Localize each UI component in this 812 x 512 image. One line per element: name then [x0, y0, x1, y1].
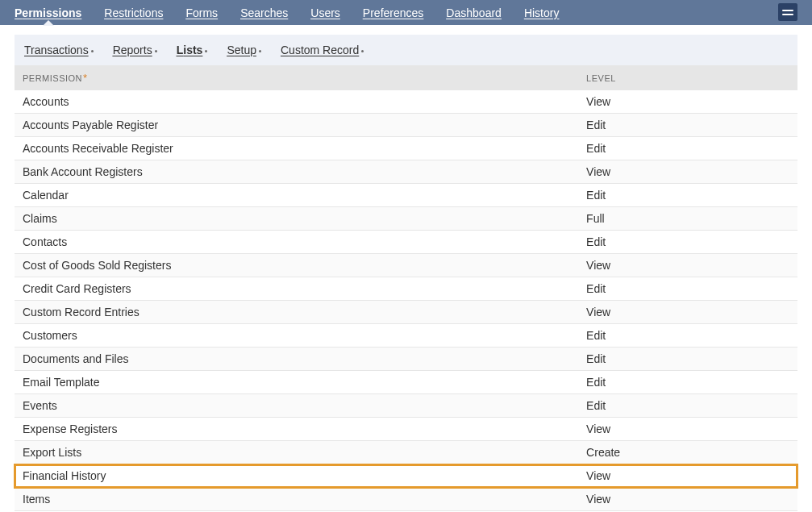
- main-tab-history[interactable]: History: [524, 6, 560, 19]
- level-cell[interactable]: Edit: [578, 371, 797, 394]
- table-row[interactable]: CustomersEdit: [15, 324, 797, 348]
- table-row[interactable]: Documents and FilesEdit: [15, 348, 797, 371]
- level-cell[interactable]: Create: [578, 441, 797, 464]
- level-cell[interactable]: Edit: [578, 348, 797, 371]
- main-tab-dashboard[interactable]: Dashboard: [446, 6, 502, 19]
- level-cell[interactable]: View: [578, 464, 797, 488]
- main-tab-permissions[interactable]: Permissions: [15, 6, 81, 19]
- permission-cell[interactable]: Email Template: [15, 371, 578, 394]
- menu-icon[interactable]: [778, 3, 797, 21]
- level-cell[interactable]: Edit: [578, 394, 797, 418]
- sub-tab-transactions[interactable]: Transactions: [24, 44, 94, 56]
- permission-cell[interactable]: Accounts Payable Register: [15, 114, 578, 137]
- level-cell[interactable]: Edit: [578, 324, 797, 348]
- column-header-permission[interactable]: PERMISSION*: [15, 65, 578, 90]
- main-tab-restrictions[interactable]: Restrictions: [104, 6, 163, 19]
- level-cell[interactable]: View: [578, 254, 797, 277]
- permission-cell[interactable]: Cost of Goods Sold Registers: [15, 254, 578, 277]
- table-row[interactable]: ClaimsFull: [15, 207, 797, 231]
- dropdown-dot-icon: [259, 50, 261, 52]
- level-cell[interactable]: Edit: [578, 231, 797, 254]
- permission-cell[interactable]: Documents and Files: [15, 348, 578, 371]
- column-header-level[interactable]: LEVEL: [578, 65, 797, 90]
- level-cell[interactable]: Edit: [578, 277, 797, 301]
- table-row[interactable]: EventsEdit: [15, 394, 797, 418]
- table-row[interactable]: Bank Account RegistersView: [15, 160, 797, 184]
- table-row[interactable]: Email TemplateEdit: [15, 371, 797, 394]
- table-row[interactable]: Export ListsCreate: [15, 441, 797, 464]
- permission-cell[interactable]: Custom Record Entries: [15, 301, 578, 324]
- sub-tab-lists[interactable]: Lists: [177, 44, 208, 56]
- permission-cell[interactable]: Contacts: [15, 231, 578, 254]
- table-row[interactable]: Expense RegistersView: [15, 418, 797, 441]
- sub-tab-setup[interactable]: Setup: [227, 44, 261, 56]
- table-row[interactable]: AccountsView: [15, 90, 797, 114]
- main-tabs-bar: PermissionsRestrictionsFormsSearchesUser…: [0, 0, 812, 25]
- level-cell[interactable]: Edit: [578, 184, 797, 207]
- permission-cell[interactable]: Credit Card Registers: [15, 277, 578, 301]
- permission-cell[interactable]: Events: [15, 394, 578, 418]
- sub-tabs-bar: TransactionsReportsListsSetupCustom Reco…: [15, 35, 797, 65]
- sub-tab-custom-record[interactable]: Custom Record: [281, 44, 364, 56]
- dropdown-dot-icon: [155, 50, 157, 52]
- table-row[interactable]: Accounts Receivable RegisterEdit: [15, 137, 797, 160]
- level-cell[interactable]: View: [578, 301, 797, 324]
- level-cell[interactable]: View: [578, 418, 797, 441]
- level-cell[interactable]: Full: [578, 207, 797, 231]
- level-cell[interactable]: Edit: [578, 137, 797, 160]
- table-row[interactable]: CalendarEdit: [15, 184, 797, 207]
- level-cell[interactable]: View: [578, 488, 797, 511]
- permission-cell[interactable]: Bank Account Registers: [15, 160, 578, 184]
- table-row[interactable]: Credit Card RegistersEdit: [15, 277, 797, 301]
- permission-cell[interactable]: Calendar: [15, 184, 578, 207]
- main-tab-preferences[interactable]: Preferences: [363, 6, 424, 19]
- table-row[interactable]: ContactsEdit: [15, 231, 797, 254]
- level-cell[interactable]: View: [578, 90, 797, 114]
- permission-cell[interactable]: Customers: [15, 324, 578, 348]
- permission-cell[interactable]: Accounts: [15, 90, 578, 114]
- dropdown-dot-icon: [91, 50, 94, 52]
- permission-cell[interactable]: Accounts Receivable Register: [15, 137, 578, 160]
- permission-cell[interactable]: Items: [15, 488, 578, 511]
- permissions-table: PERMISSION* LEVEL AccountsViewAccounts P…: [15, 65, 797, 512]
- sub-tab-reports[interactable]: Reports: [113, 44, 157, 56]
- dropdown-dot-icon: [361, 50, 364, 52]
- table-row[interactable]: ItemsView: [15, 488, 797, 511]
- table-row[interactable]: Cost of Goods Sold RegistersView: [15, 254, 797, 277]
- level-cell[interactable]: View: [578, 160, 797, 184]
- main-tab-forms[interactable]: Forms: [185, 6, 218, 19]
- level-cell[interactable]: Edit: [578, 114, 797, 137]
- main-tab-users[interactable]: Users: [310, 6, 340, 19]
- permission-cell[interactable]: Financial History: [15, 464, 578, 488]
- dropdown-dot-icon: [205, 50, 207, 52]
- permission-cell[interactable]: Export Lists: [15, 441, 578, 464]
- required-asterisk-icon: *: [83, 72, 88, 84]
- table-row[interactable]: Financial HistoryView: [15, 464, 797, 488]
- table-row[interactable]: Accounts Payable RegisterEdit: [15, 114, 797, 137]
- table-row[interactable]: Custom Record EntriesView: [15, 301, 797, 324]
- permission-cell[interactable]: Expense Registers: [15, 418, 578, 441]
- main-tab-searches[interactable]: Searches: [240, 6, 288, 19]
- permission-cell[interactable]: Claims: [15, 207, 578, 231]
